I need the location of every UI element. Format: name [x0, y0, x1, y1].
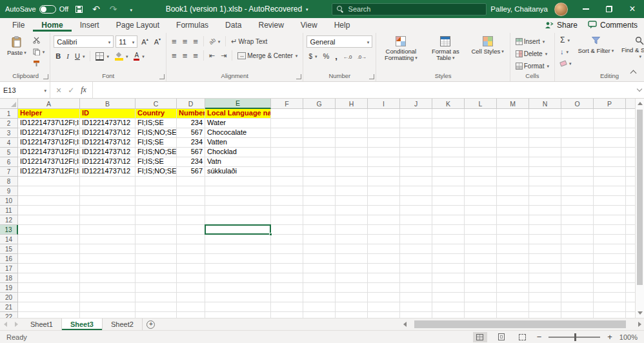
- cell-C9[interactable]: [136, 186, 177, 196]
- cell-H17[interactable]: [336, 264, 368, 273]
- cell-E7[interactable]: súkkulaði: [205, 167, 271, 177]
- format-as-table-button[interactable]: Format as Table: [424, 34, 467, 70]
- row-header-1[interactable]: 1: [0, 109, 18, 119]
- cell-M13[interactable]: [497, 225, 529, 235]
- cell-I14[interactable]: [368, 235, 400, 244]
- cell-Q2[interactable]: [626, 119, 635, 128]
- cell-N2[interactable]: [529, 119, 561, 128]
- cell-C2[interactable]: FI;IS;SE: [136, 119, 177, 128]
- cell-L2[interactable]: [465, 119, 497, 128]
- row-header-18[interactable]: 18: [0, 273, 18, 283]
- cell-Q6[interactable]: [626, 157, 635, 167]
- cell-E22[interactable]: [205, 312, 271, 318]
- cell-C14[interactable]: [136, 235, 177, 244]
- cell-H10[interactable]: [336, 196, 368, 206]
- cell-N15[interactable]: [529, 244, 561, 254]
- cell-M2[interactable]: [497, 119, 529, 128]
- autosave-toggle[interactable]: [39, 5, 56, 14]
- cell-O9[interactable]: [561, 186, 594, 196]
- cell-L3[interactable]: [465, 128, 497, 138]
- cell-M21[interactable]: [497, 302, 529, 312]
- cell-H22[interactable]: [336, 312, 368, 318]
- column-header-D[interactable]: D: [177, 99, 205, 109]
- cell-E11[interactable]: [205, 206, 271, 215]
- sheet-tab-sheet3[interactable]: Sheet3: [62, 318, 103, 330]
- next-sheet-button[interactable]: [11, 318, 22, 330]
- cell-J19[interactable]: [400, 283, 432, 293]
- cell-G9[interactable]: [303, 186, 336, 196]
- insert-cells-button[interactable]: Insert: [514, 35, 551, 47]
- cell-D8[interactable]: [177, 177, 205, 186]
- increase-indent-button[interactable]: [219, 50, 228, 61]
- cell-M14[interactable]: [497, 235, 529, 244]
- cell-G12[interactable]: [303, 215, 336, 225]
- cell-G2[interactable]: [303, 119, 336, 128]
- cell-B14[interactable]: [80, 235, 136, 244]
- cell-N11[interactable]: [529, 206, 561, 215]
- column-header-N[interactable]: N: [529, 99, 561, 109]
- cell-B19[interactable]: [80, 283, 136, 293]
- cell-K6[interactable]: [432, 157, 465, 167]
- cell-A3[interactable]: ID12214737\12FI;IS;NO: [18, 128, 80, 138]
- clipboard-dialog-launcher-icon[interactable]: [43, 74, 48, 79]
- cell-C12[interactable]: [136, 215, 177, 225]
- cells-area[interactable]: HelperIDCountryNumberLocal Language name…: [18, 109, 635, 318]
- cell-Q5[interactable]: [626, 148, 635, 157]
- cell-D10[interactable]: [177, 196, 205, 206]
- cell-K2[interactable]: [432, 119, 465, 128]
- name-box[interactable]: E13: [0, 82, 50, 98]
- cell-J7[interactable]: [400, 167, 432, 177]
- cell-N4[interactable]: [529, 138, 561, 148]
- cell-F21[interactable]: [271, 302, 303, 312]
- fill-button[interactable]: [558, 46, 574, 57]
- cell-P2[interactable]: [594, 119, 626, 128]
- cell-J6[interactable]: [400, 157, 432, 167]
- cell-O6[interactable]: [561, 157, 594, 167]
- cell-Q7[interactable]: [626, 167, 635, 177]
- column-header-B[interactable]: B: [80, 99, 136, 109]
- cell-A18[interactable]: [18, 273, 80, 283]
- italic-button[interactable]: [65, 50, 71, 62]
- cell-N10[interactable]: [529, 196, 561, 206]
- tab-home[interactable]: Home: [33, 18, 71, 32]
- cell-B11[interactable]: [80, 206, 136, 215]
- select-all-button[interactable]: [0, 99, 18, 109]
- cell-Q16[interactable]: [626, 254, 635, 264]
- cell-P17[interactable]: [594, 264, 626, 273]
- cell-O13[interactable]: [561, 225, 594, 235]
- cell-G5[interactable]: [303, 148, 336, 157]
- cell-F22[interactable]: [271, 312, 303, 318]
- cell-J21[interactable]: [400, 302, 432, 312]
- cell-M12[interactable]: [497, 215, 529, 225]
- cell-M16[interactable]: [497, 254, 529, 264]
- cell-K8[interactable]: [432, 177, 465, 186]
- cell-O20[interactable]: [561, 293, 594, 302]
- cell-F2[interactable]: [271, 119, 303, 128]
- cell-E2[interactable]: Water: [205, 119, 271, 128]
- cell-K16[interactable]: [432, 254, 465, 264]
- cell-F11[interactable]: [271, 206, 303, 215]
- cell-C4[interactable]: FI;IS;SE: [136, 138, 177, 148]
- restore-button[interactable]: [598, 0, 621, 18]
- cell-Q19[interactable]: [626, 283, 635, 293]
- cell-C16[interactable]: [136, 254, 177, 264]
- column-header-O[interactable]: O: [561, 99, 594, 109]
- column-header-K[interactable]: K: [432, 99, 465, 109]
- row-header-13[interactable]: 13: [0, 225, 18, 235]
- cell-J22[interactable]: [400, 312, 432, 318]
- cell-N12[interactable]: [529, 215, 561, 225]
- cell-E10[interactable]: [205, 196, 271, 206]
- cell-E20[interactable]: [205, 293, 271, 302]
- column-header-C[interactable]: C: [136, 99, 177, 109]
- cell-D20[interactable]: [177, 293, 205, 302]
- cell-A5[interactable]: ID12214737\12FI;IS;NO: [18, 148, 80, 157]
- cell-O5[interactable]: [561, 148, 594, 157]
- zoom-in-button[interactable]: +: [607, 332, 612, 342]
- cell-E8[interactable]: [205, 177, 271, 186]
- row-header-12[interactable]: 12: [0, 215, 18, 225]
- cell-F19[interactable]: [271, 283, 303, 293]
- cell-M3[interactable]: [497, 128, 529, 138]
- cell-K11[interactable]: [432, 206, 465, 215]
- row-header-8[interactable]: 8: [0, 177, 18, 186]
- cell-O19[interactable]: [561, 283, 594, 293]
